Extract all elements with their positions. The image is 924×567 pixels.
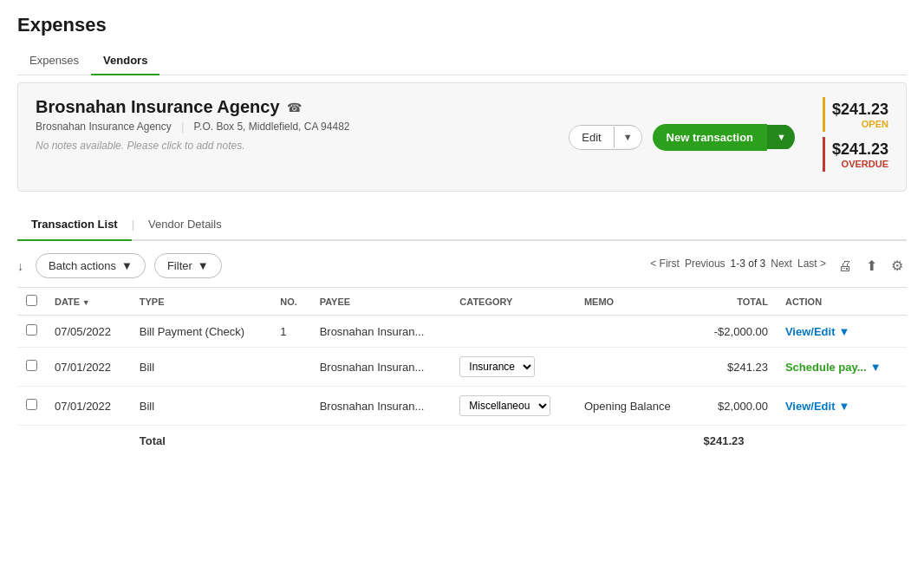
cell-category	[451, 316, 576, 348]
pagination-last[interactable]: Last >	[797, 257, 826, 270]
col-category: CATEGORY	[451, 288, 576, 316]
cell-type: Bill	[131, 348, 271, 387]
transactions-table: DATE TYPE NO. PAYEE CATEGORY MEMO TOTAL …	[17, 287, 907, 456]
view-edit-link[interactable]: View/Edit	[785, 400, 836, 413]
cell-no: 1	[271, 316, 310, 348]
category-select[interactable]: Miscellaneou	[459, 395, 550, 416]
action-chevron-icon[interactable]: ▼	[839, 400, 850, 413]
financials: $241.23 OPEN $241.23 OVERDUE	[823, 97, 888, 177]
overdue-amount: $241.23	[832, 140, 888, 159]
edit-button[interactable]: Edit	[569, 126, 613, 149]
cell-memo	[576, 316, 695, 348]
col-payee: PAYEE	[311, 288, 452, 316]
row-checkbox[interactable]	[26, 324, 37, 336]
open-amount: $241.23	[832, 101, 888, 119]
cell-action: View/Edit▼	[777, 387, 907, 426]
overdue-label: OVERDUE	[832, 159, 888, 169]
col-type: TYPE	[131, 288, 271, 316]
overdue-financial: $241.23 OVERDUE	[823, 137, 888, 172]
cell-payee: Brosnahan Insuran...	[311, 387, 452, 426]
cell-category[interactable]: Insurance	[451, 348, 576, 387]
pagination-next[interactable]: Next	[771, 257, 792, 270]
schedule-pay-link[interactable]: Schedule pay...	[785, 361, 867, 374]
cell-date: 07/01/2022	[46, 387, 131, 426]
cell-payee: Brosnahan Insuran...	[311, 316, 452, 348]
total-label: Total	[131, 426, 271, 457]
cell-memo: Opening Balance	[576, 387, 695, 426]
print-button[interactable]: 🖨	[835, 255, 856, 277]
pagination-previous[interactable]: Previous	[685, 257, 726, 270]
select-all-checkbox[interactable]	[26, 295, 37, 306]
overdue-bar	[823, 137, 825, 172]
table-row: 07/01/2022BillBrosnahan Insuran...Miscel…	[17, 387, 907, 426]
new-transaction-button[interactable]: New transaction	[653, 124, 767, 151]
edit-chevron-button[interactable]: ▼	[614, 127, 641, 147]
new-transaction-button-group: New transaction ▼	[653, 124, 795, 151]
content-tabs: Transaction List | Vendor Details	[17, 209, 907, 241]
select-all-header	[17, 288, 46, 316]
cell-type: Bill Payment (Check)	[131, 316, 271, 348]
col-total: TOTAL	[695, 288, 777, 316]
vendor-notes[interactable]: No notes available. Please click to add …	[36, 140, 569, 152]
action-chevron-icon[interactable]: ▼	[839, 325, 850, 338]
cell-total: -$2,000.00	[695, 316, 777, 348]
open-bar	[823, 97, 825, 132]
vendor-address: Brosnahan Insurance Agency | P.O. Box 5,…	[36, 121, 569, 133]
cell-total: $2,000.00	[695, 387, 777, 426]
cell-total: $241.23	[695, 348, 777, 387]
view-edit-link[interactable]: View/Edit	[785, 325, 836, 338]
col-memo: MEMO	[576, 288, 695, 316]
cell-date: 07/01/2022	[46, 348, 131, 387]
col-action: ACTION	[777, 288, 907, 316]
tab-vendor-details[interactable]: Vendor Details	[134, 209, 236, 241]
export-button[interactable]: ⬆	[862, 254, 881, 277]
top-tabs: Expenses Vendors	[17, 47, 907, 75]
pagination-first[interactable]: < First	[650, 257, 680, 270]
row-checkbox[interactable]	[26, 399, 37, 410]
row-checkbox[interactable]	[26, 360, 37, 371]
open-label: OPEN	[832, 119, 888, 129]
cell-type: Bill	[131, 387, 271, 426]
batch-actions-chevron-icon: ▼	[121, 259, 133, 272]
toolbar-right: < First Previous 1-3 of 3 Next Last > 🖨 …	[650, 254, 907, 277]
action-chevron-icon[interactable]: ▼	[870, 361, 882, 374]
cell-action: Schedule pay...▼	[777, 348, 907, 387]
col-no: NO.	[271, 288, 310, 316]
vendor-card: Brosnahan Insurance Agency ☎ Brosnahan I…	[17, 82, 907, 192]
cell-memo	[576, 348, 695, 387]
cell-payee: Brosnahan Insuran...	[311, 348, 452, 387]
table-row: 07/05/2022Bill Payment (Check)1Brosnahan…	[17, 316, 907, 348]
cell-date: 07/05/2022	[46, 316, 131, 348]
phone-icon: ☎	[287, 101, 302, 114]
toolbar-left: ↓ Batch actions ▼ Filter ▼	[17, 253, 222, 278]
col-date[interactable]: DATE	[46, 288, 131, 316]
tab-transaction-list[interactable]: Transaction List	[17, 209, 132, 241]
batch-actions-button[interactable]: Batch actions ▼	[36, 253, 146, 278]
pagination: < First Previous 1-3 of 3 Next Last >	[650, 257, 828, 270]
pagination-current: 1-3 of 3	[731, 257, 766, 270]
total-amount: $241.23	[695, 426, 777, 457]
cell-no	[271, 348, 310, 387]
category-select[interactable]: Insurance	[459, 356, 535, 377]
tab-vendors[interactable]: Vendors	[91, 47, 159, 75]
toolbar: ↓ Batch actions ▼ Filter ▼ < First Previ…	[17, 241, 907, 287]
vendor-actions: Edit ▼ New transaction ▼ $241.23 OPEN	[569, 97, 888, 177]
vendor-info: Brosnahan Insurance Agency ☎ Brosnahan I…	[36, 97, 569, 152]
cell-category[interactable]: Miscellaneou	[451, 387, 576, 426]
page-title: Expenses	[17, 14, 907, 36]
cell-no	[271, 387, 310, 426]
open-financial: $241.23 OPEN	[823, 97, 888, 132]
edit-button-group: Edit ▼	[569, 125, 641, 150]
sort-icon[interactable]: ↓	[17, 259, 23, 273]
filter-button[interactable]: Filter ▼	[154, 253, 222, 278]
total-row: Total $241.23	[17, 426, 907, 457]
settings-button[interactable]: ⚙	[888, 254, 907, 277]
new-transaction-chevron-button[interactable]: ▼	[767, 125, 795, 149]
tab-expenses[interactable]: Expenses	[17, 47, 91, 75]
vendor-name: Brosnahan Insurance Agency	[36, 97, 280, 117]
table-row: 07/01/2022BillBrosnahan Insuran...Insura…	[17, 348, 907, 387]
filter-chevron-icon: ▼	[198, 259, 209, 272]
cell-action: View/Edit▼	[777, 316, 907, 348]
